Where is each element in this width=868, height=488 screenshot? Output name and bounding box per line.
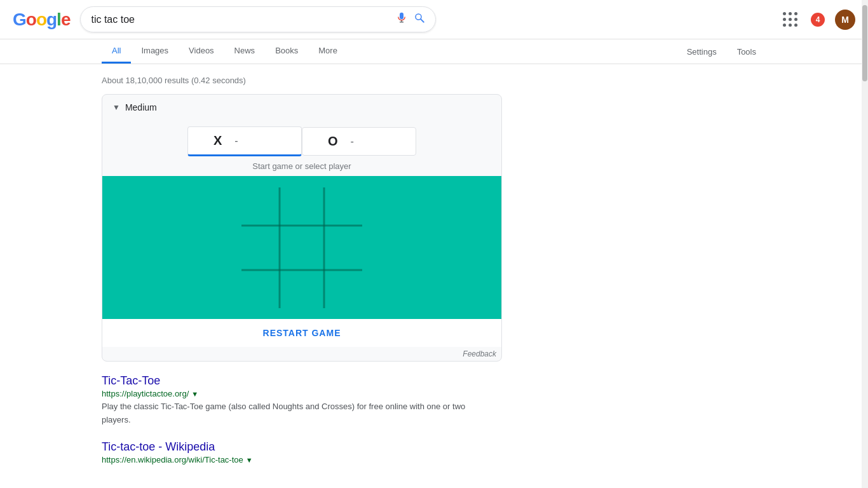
scrollbar-thumb[interactable] (862, 5, 867, 81)
result-1-url-row: https://en.wikipedia.org/wiki/Tic-tac-to… (102, 455, 483, 464)
logo-l: l (57, 10, 61, 29)
result-0-title[interactable]: Tic-Tac-Toe (102, 374, 483, 388)
result-1-title[interactable]: Tic-tac-toe - Wikipedia (102, 440, 483, 454)
result-1-caret-icon[interactable]: ▼ (246, 456, 253, 464)
result-1-url: https://en.wikipedia.org/wiki/Tic-tac-to… (102, 455, 243, 464)
nav-bar: All Images Videos News Books More Settin… (0, 39, 868, 64)
tab-more[interactable]: More (308, 39, 348, 64)
feedback-label[interactable]: Feedback (102, 347, 501, 361)
tab-news[interactable]: News (224, 39, 266, 64)
result-0-url: https://playtictactoe.org/ (102, 389, 189, 398)
game-hint: Start game or select player (102, 156, 501, 176)
player-x-symbol: X (214, 133, 222, 148)
difficulty-arrow-icon: ▼ (112, 103, 120, 112)
cell-1-1[interactable] (280, 226, 324, 270)
svg-line-3 (421, 19, 424, 22)
cell-0-2[interactable] (324, 181, 369, 226)
cell-0-1[interactable] (280, 181, 324, 226)
player-o-dash: - (344, 136, 360, 147)
player-o-box[interactable]: O - (302, 127, 416, 156)
search-input[interactable] (91, 14, 396, 25)
game-board-container[interactable] (102, 176, 501, 319)
search-icon[interactable] (414, 12, 425, 27)
search-result-1: Tic-tac-toe - Wikipedia https://en.wikip… (102, 440, 483, 464)
player-x-box[interactable]: X - (187, 126, 302, 156)
settings-link[interactable]: Settings (677, 41, 727, 63)
avatar[interactable]: M (835, 10, 855, 30)
cell-0-0[interactable] (235, 181, 280, 226)
game-board[interactable] (235, 181, 369, 315)
tools-link[interactable]: Tools (727, 41, 766, 63)
results-count: About 18,10,000 results (0.42 seconds) (102, 76, 766, 85)
header-right: 4 M (780, 10, 855, 30)
scrollbar-track (862, 0, 868, 485)
apps-button[interactable] (780, 10, 801, 30)
cell-1-2[interactable] (324, 226, 369, 270)
cell-2-0[interactable] (235, 270, 280, 315)
result-0-caret-icon[interactable]: ▼ (191, 390, 198, 398)
google-logo: Google (13, 10, 70, 30)
player-x-dash: - (228, 135, 244, 147)
player-o-symbol: O (328, 134, 338, 149)
cell-2-2[interactable] (324, 270, 369, 315)
search-bar (80, 6, 436, 32)
tab-books[interactable]: Books (265, 39, 308, 64)
search-result-0: Tic-Tac-Toe https://playtictactoe.org/ ▼… (102, 374, 483, 426)
logo-g2: g (46, 10, 57, 29)
mic-icon[interactable] (396, 12, 407, 27)
difficulty-label: Medium (125, 102, 157, 112)
logo-g: G (13, 10, 26, 29)
header: Google 4 M (0, 0, 868, 39)
cell-1-0[interactable] (235, 226, 280, 270)
logo-o1: o (26, 10, 36, 29)
notification-badge[interactable]: 4 (811, 13, 825, 27)
tab-videos[interactable]: Videos (179, 39, 224, 64)
tab-all[interactable]: All (102, 39, 131, 64)
player-select: X - O - (102, 120, 501, 156)
result-0-snippet: Play the classic Tic-Tac-Toe game (also … (102, 400, 483, 426)
logo-e: e (61, 10, 71, 29)
result-0-url-row: https://playtictactoe.org/ ▼ (102, 389, 483, 398)
cell-2-1[interactable] (280, 270, 324, 315)
restart-game-button[interactable]: RESTART GAME (102, 319, 501, 347)
main-content: About 18,10,000 results (0.42 seconds) ▼… (0, 64, 868, 485)
logo-o2: o (36, 10, 46, 29)
game-widget: ▼ Medium X - O - Start game or select pl… (102, 94, 502, 362)
game-header: ▼ Medium (102, 95, 501, 120)
tab-images[interactable]: Images (131, 39, 179, 64)
